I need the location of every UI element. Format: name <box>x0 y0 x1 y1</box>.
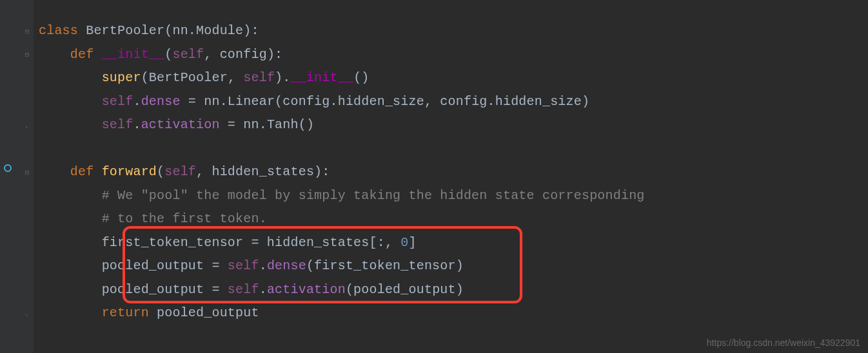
fold-icon[interactable]: ⊟ <box>21 160 34 184</box>
fold-icon <box>21 278 34 302</box>
vcs-marker-icon <box>2 162 14 174</box>
self-keyword: self <box>102 94 133 109</box>
attribute: activation <box>141 117 220 132</box>
fold-icon <box>21 207 34 231</box>
code-line[interactable]: # to the first token. <box>34 207 868 231</box>
comment: # We "pool" the model by simply taking t… <box>102 188 645 203</box>
fold-icon[interactable]: ⊟ <box>21 43 34 67</box>
function-name: forward <box>102 164 157 179</box>
attribute: dense <box>267 258 306 273</box>
fold-icon <box>21 137 34 161</box>
self-keyword: self <box>243 70 275 85</box>
code-line[interactable]: class BertPooler(nn.Module): <box>34 19 868 43</box>
self-keyword: self <box>164 164 196 179</box>
code-area[interactable]: class BertPooler(nn.Module): def __init_… <box>34 0 868 353</box>
fold-end-icon: ⌞ <box>21 301 34 325</box>
attribute: dense <box>141 94 181 109</box>
keyword: def <box>70 164 94 179</box>
fold-icon <box>21 66 34 90</box>
code-line[interactable]: first_token_tensor = hidden_states[:, 0] <box>34 231 868 255</box>
self-keyword: self <box>228 282 259 297</box>
svg-point-0 <box>5 165 11 171</box>
code-line[interactable]: def __init__(self, config): <box>34 43 868 67</box>
keyword: return <box>102 305 149 320</box>
code-line[interactable]: self.activation = nn.Tanh() <box>34 113 868 137</box>
code-line[interactable]: def forward(self, hidden_states): <box>34 160 868 184</box>
code-line[interactable]: super(BertPooler, self).__init__() <box>34 66 868 90</box>
code-line[interactable]: return pooled_output <box>34 301 868 325</box>
self-keyword: self <box>228 258 259 273</box>
code-line[interactable] <box>34 137 868 161</box>
fold-end-icon: ⌞ <box>21 113 34 137</box>
number-literal: 0 <box>400 235 408 250</box>
keyword: def <box>70 47 94 62</box>
dunder-method: __init__ <box>102 47 165 62</box>
comment: # to the first token. <box>102 211 267 226</box>
fold-icon <box>21 90 34 114</box>
watermark-text: https://blog.csdn.net/weixin_43922901 <box>707 338 860 348</box>
code-line[interactable]: pooled_output = self.dense(first_token_t… <box>34 254 868 278</box>
class-name: BertPooler <box>86 23 164 38</box>
code-editor[interactable]: ⊟ ⊟ ⌞ ⊟ ⌞ class BertPooler(nn.Module): d… <box>0 0 868 353</box>
self-keyword: self <box>102 117 133 132</box>
keyword: class <box>39 23 78 38</box>
self-keyword: self <box>172 47 204 62</box>
attribute: activation <box>267 282 346 297</box>
code-line[interactable]: pooled_output = self.activation(pooled_o… <box>34 278 868 302</box>
gutter: ⊟ ⊟ ⌞ ⊟ ⌞ <box>0 0 34 353</box>
dunder-method: __init__ <box>291 70 354 85</box>
code-line[interactable]: self.dense = nn.Linear(config.hidden_siz… <box>34 90 868 114</box>
code-line[interactable]: # We "pool" the model by simply taking t… <box>34 184 868 208</box>
fold-icon <box>21 184 34 208</box>
fold-icon <box>21 231 34 255</box>
fold-icon <box>21 254 34 278</box>
builtin-call: super <box>102 70 141 85</box>
fold-icon[interactable]: ⊟ <box>21 19 34 43</box>
